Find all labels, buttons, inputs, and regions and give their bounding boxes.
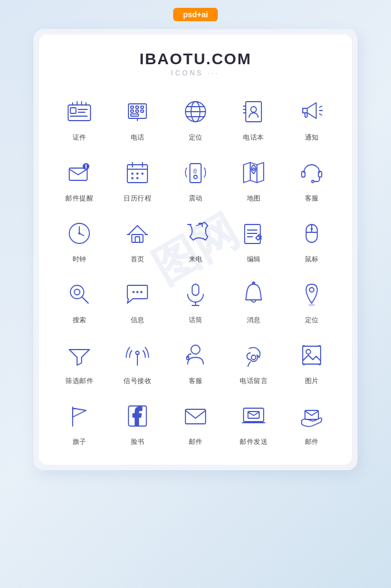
svg-line-30	[320, 106, 322, 107]
send-mail-label: 邮件发送	[240, 437, 268, 447]
picture-icon	[295, 338, 328, 372]
search-icon	[63, 278, 96, 311]
svg-point-84	[309, 288, 314, 292]
svg-point-41	[131, 173, 133, 175]
map-label: 地图	[247, 194, 261, 203]
svg-rect-10	[131, 106, 133, 108]
svg-text:@: @	[193, 168, 197, 174]
search-label: 搜索	[73, 315, 87, 325]
icon-cell-message: 信息	[108, 270, 166, 331]
svg-point-45	[136, 177, 139, 179]
pin-label: 定位	[305, 315, 319, 325]
clock-label: 时钟	[73, 255, 87, 264]
icon-cell-service: 客服	[283, 148, 341, 209]
svg-point-55	[312, 180, 314, 183]
service-label: 客服	[305, 194, 319, 203]
voicemail-label: 电话留言	[240, 376, 268, 386]
mail-hand-icon	[295, 399, 328, 433]
icon-cell-incoming: 来电	[166, 209, 225, 270]
svg-rect-16	[131, 114, 139, 116]
message-icon	[121, 278, 154, 311]
card-container: 图网 IBAOTU.COM ICONS ···	[34, 29, 357, 470]
svg-rect-53	[302, 171, 305, 177]
svg-point-75	[74, 289, 80, 295]
icon-cell-flag: 旗子	[50, 391, 108, 452]
svg-rect-54	[318, 171, 322, 177]
mouse-icon	[295, 217, 328, 250]
svg-line-32	[320, 114, 322, 115]
svg-point-42	[136, 173, 139, 175]
icon-cell-vibrate: @ 震动	[166, 148, 225, 209]
svg-rect-14	[136, 110, 139, 112]
icon-cell-signal: 信号接收	[108, 331, 166, 391]
icon-cell-send-mail: 邮件发送	[225, 391, 283, 452]
icon-cell-search: 搜索	[50, 270, 108, 331]
notify-icon	[295, 95, 328, 128]
icon-cell-email: 邮件	[166, 391, 225, 452]
site-subtitle: ICONS ···	[50, 69, 341, 77]
email-icon	[179, 399, 212, 433]
svg-point-43	[141, 173, 144, 175]
icon-cell-bell: 消息	[225, 270, 283, 331]
phonebook-label: 电话本	[243, 133, 264, 142]
svg-rect-24	[246, 102, 261, 122]
voicemail-icon	[237, 338, 270, 372]
icon-card: 图网 IBAOTU.COM ICONS ···	[39, 35, 352, 465]
headset-icon	[295, 156, 328, 189]
map-icon	[237, 156, 270, 189]
icon-cell-home: 首页	[108, 209, 166, 270]
svg-line-74	[82, 297, 88, 303]
svg-point-47	[194, 175, 197, 179]
clock-icon	[63, 217, 96, 250]
calendar-label: 日历行程	[123, 194, 151, 203]
pin-icon	[295, 278, 328, 311]
icon-cell-pin: 定位	[283, 270, 341, 331]
svg-point-52	[252, 168, 255, 170]
flag-icon	[63, 399, 96, 433]
location-label: 定位	[189, 133, 203, 142]
svg-rect-12	[141, 106, 144, 108]
icon-cell-customer: 客服	[166, 331, 225, 391]
svg-point-89	[191, 345, 200, 354]
svg-rect-64	[245, 224, 260, 243]
mail-hand-label: 邮件	[305, 437, 319, 447]
svg-point-36	[85, 168, 87, 169]
cert-label: 证件	[73, 133, 87, 142]
site-title: IBAOTU.COM	[50, 50, 341, 68]
icons-grid: 证件	[50, 87, 341, 452]
mail-alert-icon	[63, 156, 96, 189]
svg-point-78	[140, 291, 142, 293]
icon-cell-mic: 话筒	[166, 270, 225, 331]
svg-rect-92	[303, 346, 321, 364]
bell-icon	[237, 278, 270, 311]
svg-point-76	[132, 291, 135, 293]
icon-cell-facebook: 脸书	[108, 391, 166, 452]
svg-point-91	[251, 355, 256, 360]
icon-cell-phonebook: 电话本	[225, 87, 283, 148]
icon-cell-location: 定位	[166, 87, 225, 148]
facebook-label: 脸书	[131, 437, 145, 447]
svg-rect-61	[135, 237, 140, 242]
svg-point-93	[306, 350, 311, 354]
icon-cell-notify: 通知	[283, 87, 341, 148]
calendar-icon	[121, 156, 154, 189]
svg-rect-11	[136, 106, 139, 108]
icon-cell-phone: 电话	[108, 87, 166, 148]
message-label: 信息	[131, 315, 145, 325]
customer-label: 客服	[189, 376, 203, 386]
svg-point-85	[308, 304, 315, 306]
svg-rect-79	[192, 284, 199, 295]
icon-cell-clock: 时钟	[50, 209, 108, 270]
vibrate-label: 震动	[189, 194, 203, 203]
svg-point-44	[131, 177, 133, 179]
edit-label: 编辑	[247, 255, 261, 264]
svg-rect-60	[132, 235, 143, 242]
send-mail-icon	[237, 399, 270, 433]
edit-icon	[237, 217, 270, 250]
signal-label: 信号接收	[123, 376, 151, 386]
svg-point-28	[251, 107, 256, 112]
home-label: 首页	[131, 255, 145, 264]
icon-cell-edit: 编辑	[225, 209, 283, 270]
icon-cell-filter-mail: 筛选邮件	[50, 331, 108, 391]
top-badge: psd+ai	[173, 8, 218, 21]
